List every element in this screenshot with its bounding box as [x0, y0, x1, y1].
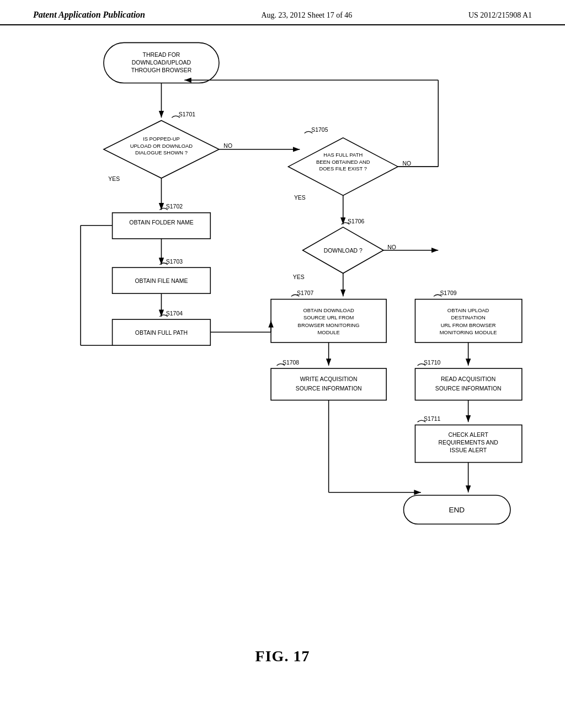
svg-text:S1710: S1710 [424, 360, 440, 366]
diagram-area: THREAD FOR DOWNLOAD/UPLOAD THROUGH BROWS… [0, 25, 565, 676]
svg-text:IS POPPED-UP: IS POPPED-UP [143, 136, 180, 142]
svg-text:S1703: S1703 [166, 259, 183, 265]
svg-text:BROWSER MONITORING: BROWSER MONITORING [298, 322, 360, 328]
svg-text:OBTAIN UPLOAD: OBTAIN UPLOAD [447, 307, 489, 313]
page-header: Patent Application Publication Aug. 23, … [0, 0, 565, 25]
svg-text:OBTAIN FULL PATH: OBTAIN FULL PATH [135, 330, 188, 336]
svg-text:WRITE ACQUISITION: WRITE ACQUISITION [300, 376, 358, 382]
svg-rect-51 [415, 299, 521, 342]
svg-text:REQUIREMENTS AND: REQUIREMENTS AND [438, 440, 498, 446]
svg-text:NO: NO [387, 244, 396, 250]
svg-text:READ ACQUISITION: READ ACQUISITION [441, 376, 495, 382]
svg-text:SOURCE INFORMATION: SOURCE INFORMATION [435, 386, 502, 392]
svg-text:BEEN OBTAINED AND: BEEN OBTAINED AND [316, 159, 370, 165]
svg-text:UPLOAD OR DOWNLOAD: UPLOAD OR DOWNLOAD [130, 143, 193, 149]
svg-rect-25 [113, 213, 211, 239]
svg-text:S1705: S1705 [311, 127, 328, 133]
svg-rect-45 [271, 299, 386, 342]
svg-text:DOWNLOAD ?: DOWNLOAD ? [324, 248, 363, 254]
svg-text:CHECK ALERT: CHECK ALERT [448, 432, 488, 438]
header-center: Aug. 23, 2012 Sheet 17 of 46 [261, 11, 352, 20]
svg-text:HAS FULL PATH: HAS FULL PATH [323, 152, 363, 158]
svg-text:DOWNLOAD/UPLOAD: DOWNLOAD/UPLOAD [132, 60, 191, 66]
svg-text:S1701: S1701 [179, 111, 195, 117]
flowchart-svg: THREAD FOR DOWNLOAD/UPLOAD THROUGH BROWS… [0, 25, 565, 660]
svg-text:S1704: S1704 [166, 311, 183, 317]
svg-text:NO: NO [223, 143, 232, 149]
svg-text:S1708: S1708 [282, 360, 299, 366]
svg-text:YES: YES [293, 274, 305, 280]
svg-text:DESTINATION: DESTINATION [451, 314, 486, 320]
svg-text:OBTAIN FILE NAME: OBTAIN FILE NAME [135, 278, 188, 284]
svg-text:S1709: S1709 [440, 290, 456, 296]
header-left: Patent Application Publication [33, 10, 145, 20]
svg-text:S1711: S1711 [424, 416, 440, 422]
svg-text:DOES FILE EXIST ?: DOES FILE EXIST ? [319, 165, 367, 172]
svg-text:YES: YES [294, 195, 306, 201]
svg-text:THREAD FOR: THREAD FOR [143, 52, 180, 58]
svg-text:SOURCE URL FROM: SOURCE URL FROM [303, 314, 354, 320]
svg-rect-63 [415, 368, 521, 400]
svg-text:OBTAIN FOLDER NAME: OBTAIN FOLDER NAME [129, 220, 193, 226]
svg-text:ISSUE ALERT: ISSUE ALERT [450, 447, 487, 453]
svg-text:SOURCE INFORMATION: SOURCE INFORMATION [296, 386, 362, 392]
svg-text:MONITORING MODULE: MONITORING MODULE [440, 329, 497, 335]
header-right: US 2012/215908 A1 [468, 11, 532, 20]
svg-text:OBTAIN DOWNLOAD: OBTAIN DOWNLOAD [303, 307, 354, 313]
figure-caption: FIG. 17 [255, 647, 310, 665]
svg-text:DIALOGUE SHOWN ?: DIALOGUE SHOWN ? [135, 149, 188, 156]
svg-text:S1707: S1707 [297, 290, 313, 296]
svg-text:END: END [449, 506, 465, 514]
svg-text:URL FROM BROWSER: URL FROM BROWSER [441, 322, 496, 328]
svg-text:MODULE: MODULE [318, 329, 340, 335]
svg-text:NO: NO [402, 160, 411, 167]
svg-rect-58 [271, 368, 386, 400]
svg-text:S1702: S1702 [166, 204, 183, 210]
svg-text:YES: YES [108, 176, 120, 182]
svg-text:THROUGH BROWSER: THROUGH BROWSER [131, 67, 192, 73]
svg-text:S1706: S1706 [348, 218, 364, 224]
